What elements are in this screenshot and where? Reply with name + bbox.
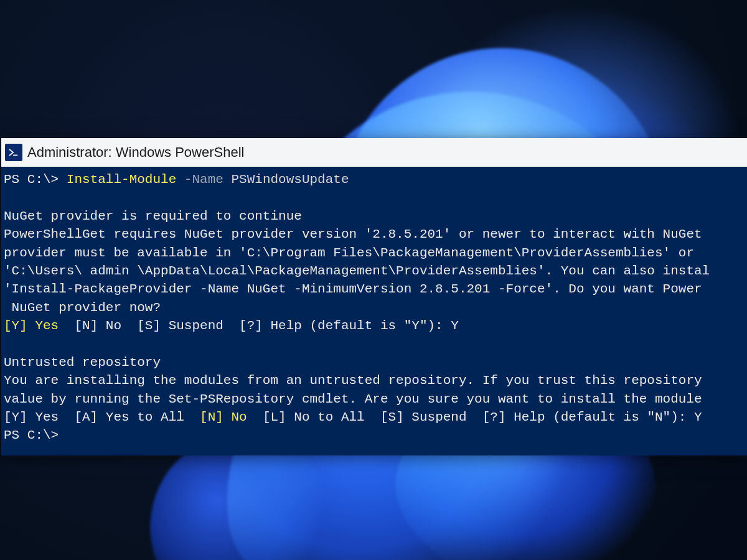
window-title: Administrator: Windows PowerShell (27, 144, 244, 161)
output-line: value by running the Set-PSRepository cm… (4, 392, 702, 406)
console-output-area[interactable]: PS C:\> Install-Module -Name PSWindowsUp… (1, 167, 747, 455)
output-line: NuGet provider now? (4, 301, 161, 315)
choice-options: [N] No [S] Suspend [?] Help (default is … (59, 319, 459, 333)
choice-default: [N] No (200, 410, 247, 424)
command-parameter: -Name (184, 172, 232, 187)
choice-options: [Y] Yes [A] Yes to All (4, 410, 200, 424)
output-line: 'Install-PackageProvider -Name NuGet -Mi… (4, 282, 702, 296)
window-titlebar[interactable]: Administrator: Windows PowerShell (1, 138, 747, 167)
command-cmdlet: Install-Module (67, 172, 184, 187)
choice-options: [L] No to All [S] Suspend [?] Help (defa… (247, 410, 702, 424)
choice-selected: [Y] Yes (4, 319, 59, 333)
output-line: You are installing the modules from an u… (4, 373, 702, 388)
prompt: PS C:\> (4, 428, 59, 442)
output-line: provider must be available in 'C:\Progra… (4, 246, 702, 260)
output-line: 'C:\Users\ admin \AppData\Local\PackageM… (4, 264, 710, 278)
powershell-window[interactable]: Administrator: Windows PowerShell PS C:\… (1, 138, 747, 455)
powershell-icon (5, 144, 22, 161)
output-line: NuGet provider is required to continue (4, 209, 302, 223)
output-line: PowerShellGet requires NuGet provider ve… (4, 227, 702, 241)
command-argument: PSWindowsUpdate (231, 172, 349, 187)
output-line: Untrusted repository (4, 355, 161, 370)
prompt: PS C:\> (4, 172, 67, 187)
